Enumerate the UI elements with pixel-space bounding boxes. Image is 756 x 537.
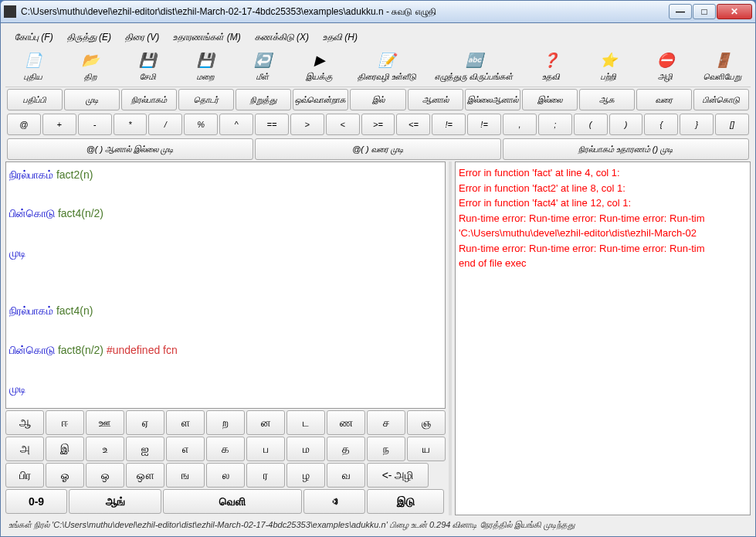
toolbar-button[interactable]: ⭐பற்றி	[589, 51, 628, 82]
toolbar-button[interactable]: ▶இயக்கு	[300, 51, 339, 82]
tamil-key[interactable]: 0-9	[5, 489, 67, 514]
tamil-key[interactable]: ஞ	[407, 410, 446, 435]
maximize-button[interactable]: □	[693, 4, 716, 19]
tamil-key[interactable]: ய	[407, 437, 446, 461]
tamil-key[interactable]: ண	[327, 410, 365, 435]
tamil-key[interactable]: வ	[327, 463, 365, 488]
operator-button[interactable]: ^	[219, 114, 253, 135]
tamil-key[interactable]: த	[327, 437, 365, 461]
tamil-key[interactable]: ஊ	[86, 410, 124, 435]
snippet-button[interactable]: @( ) வரை முடி	[255, 138, 501, 160]
keyword-button[interactable]: ஒவ்வொன்றாக	[293, 89, 348, 110]
operator-button[interactable]: *	[114, 114, 147, 135]
minimize-button[interactable]: —	[669, 4, 692, 19]
keyword-button[interactable]: ஆக	[579, 89, 635, 110]
keyword-button[interactable]: தொடர்	[178, 89, 234, 110]
operator-button[interactable]: {	[644, 114, 678, 135]
tamil-key[interactable]: ஐ	[126, 437, 164, 461]
tamil-key[interactable]: இ	[46, 437, 84, 461]
keyword-button[interactable]: நிரல்பாகம்	[121, 89, 177, 110]
operator-button[interactable]: <	[326, 114, 360, 135]
tamil-key[interactable]: இடு	[367, 489, 444, 514]
tamil-key[interactable]: ஓ	[46, 463, 84, 488]
keyword-button[interactable]: முடி	[64, 89, 120, 110]
operator-button[interactable]: !=	[467, 114, 501, 135]
operator-button[interactable]: (	[574, 114, 608, 135]
tamil-key[interactable]: ச	[367, 410, 405, 435]
tamil-key[interactable]: ந	[367, 437, 405, 461]
toolbar-button[interactable]: 📄புதிய	[14, 51, 53, 82]
keyword-button[interactable]: இல்	[350, 89, 405, 110]
tamil-key[interactable]: ர	[246, 463, 285, 488]
keyword-button[interactable]: வரை	[636, 89, 692, 110]
output-line: Error in function 'fact2' at line 8, col…	[459, 181, 747, 196]
keyword-button[interactable]: நிறுத்து	[236, 89, 291, 110]
tamil-key[interactable]: ல	[206, 463, 245, 488]
toolbar-button[interactable]: 💾சேமி	[128, 51, 167, 82]
menu-item[interactable]: உதாரணங்கள் (M)	[167, 30, 246, 44]
menu-item[interactable]: கோப்பு (F)	[8, 30, 59, 44]
operator-button[interactable]: /	[148, 114, 182, 135]
toolbar-button[interactable]: ❓உதவி	[531, 51, 570, 82]
operator-button[interactable]: %	[184, 114, 218, 135]
keyword-button[interactable]: ஆனால்	[408, 89, 463, 110]
tamil-key[interactable]: பிர	[5, 463, 44, 488]
tamil-key[interactable]: ள	[166, 410, 205, 435]
tamil-key[interactable]: ங	[166, 463, 205, 488]
operator-button[interactable]: )	[609, 114, 643, 135]
tamil-key[interactable]: ப	[246, 437, 285, 461]
toolbar-button[interactable]: 📂திற	[71, 51, 110, 82]
keyword-button[interactable]: பின்கொடு	[693, 89, 749, 110]
operator-button[interactable]: !=	[432, 114, 466, 135]
tamil-key[interactable]: ಃ	[303, 489, 365, 514]
tamil-key[interactable]: ஒ	[86, 463, 124, 488]
close-button[interactable]: ✕	[717, 4, 752, 19]
operator-button[interactable]: ==	[255, 114, 289, 135]
menu-item[interactable]: திருத்து (E)	[61, 30, 117, 44]
keyword-button[interactable]: இல்லைஆனால்	[465, 89, 520, 110]
tamil-key[interactable]: உ	[86, 437, 124, 461]
tamil-key[interactable]: ன	[246, 410, 285, 435]
tamil-key[interactable]: வெளி	[163, 489, 302, 514]
operator-button[interactable]: ,	[503, 114, 537, 135]
operator-button[interactable]: +	[42, 114, 76, 135]
toolbar-button[interactable]: 🔤எழுத்துரு விருப்பங்கள்	[435, 51, 513, 82]
tamil-key[interactable]: ழ	[286, 463, 325, 488]
operator-button[interactable]: -	[78, 114, 112, 135]
keyword-button[interactable]: பதிப்பி	[7, 89, 63, 110]
keyword-button[interactable]: இல்லை	[522, 89, 578, 110]
tamil-key[interactable]: ம	[286, 437, 325, 461]
tamil-key[interactable]: க	[206, 437, 245, 461]
tamil-key[interactable]: ற	[206, 410, 245, 435]
toolbar-button[interactable]: ↩️மீள்	[243, 51, 282, 82]
tamil-key[interactable]: அ	[5, 437, 44, 461]
tamil-key[interactable]: ஆ	[5, 410, 44, 435]
menu-item[interactable]: உதவி (H)	[317, 30, 364, 44]
operator-button[interactable]: ;	[538, 114, 572, 135]
menu-item[interactable]: கணக்கிடு (X)	[249, 30, 315, 44]
tamil-key[interactable]: ட	[286, 410, 325, 435]
tamil-key[interactable]: எ	[166, 437, 205, 461]
tamil-key[interactable]: ஆங்	[69, 489, 161, 514]
snippet-button[interactable]: @( ) ஆனால் இல்லை முடி	[7, 138, 253, 160]
operator-button[interactable]: []	[715, 114, 749, 135]
toolbar-label: அழி	[658, 72, 673, 82]
tamil-key[interactable]: ஔ	[126, 463, 164, 488]
operator-button[interactable]: >	[290, 114, 324, 135]
toolbar-button[interactable]: ⛔அழி	[646, 51, 685, 82]
tamil-key[interactable]: <- அழி	[367, 463, 429, 488]
tamil-key[interactable]: ஈ	[46, 410, 84, 435]
toolbar-button[interactable]: 🚪வெளியேறு	[703, 51, 742, 82]
operator-button[interactable]: @	[7, 114, 41, 135]
tamil-key[interactable]: ஏ	[126, 410, 164, 435]
splitter[interactable]	[449, 161, 452, 515]
toolbar-button[interactable]: 💾மறை	[186, 51, 225, 82]
operator-button[interactable]: }	[680, 114, 714, 135]
toolbar-button[interactable]: 📝திரைவழி உள்ளீடு	[358, 51, 416, 82]
operator-button[interactable]: <=	[396, 114, 430, 135]
operator-row: @+-*/%^==><>=<=!=!=,;(){}[]	[5, 112, 751, 137]
menu-item[interactable]: திரை (V)	[119, 30, 165, 44]
operator-button[interactable]: >=	[361, 114, 395, 135]
code-editor[interactable]: நிரல்பாகம் fact2(n) பின்கொடு fact4(n/2) …	[5, 161, 446, 409]
snippet-button[interactable]: நிரல்பாகம் உதாரணம் () முடி	[503, 138, 749, 160]
